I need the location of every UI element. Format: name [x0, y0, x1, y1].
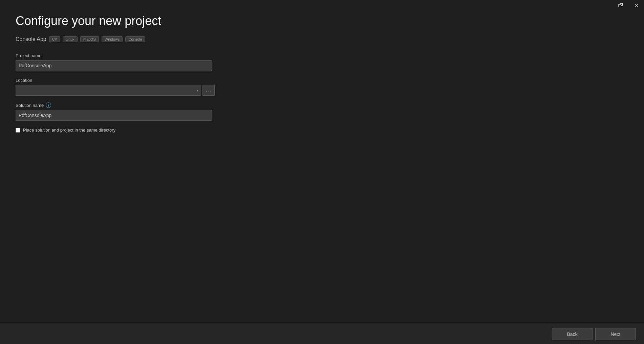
tag-csharp: C# [49, 36, 60, 42]
form-section: Project name Location ▾ ... Solution nam… [16, 53, 232, 133]
tag-macos: macOS [80, 36, 99, 42]
project-name-input[interactable] [16, 60, 212, 71]
solution-name-group: Solution name i [16, 102, 232, 121]
tag-windows: Windows [102, 36, 123, 42]
page-title: Configure your new project [16, 14, 628, 28]
tag-linux: Linux [63, 36, 78, 42]
subtitle-row: Console App C# Linux macOS Windows Conso… [16, 36, 628, 42]
location-select-wrapper: ▾ [16, 85, 201, 96]
solution-name-label-text: Solution name [16, 103, 44, 108]
browse-button[interactable]: ... [202, 85, 215, 96]
back-button[interactable]: Back [552, 328, 593, 340]
next-button[interactable]: Next [595, 328, 636, 340]
project-name-label: Project name [16, 53, 232, 58]
same-directory-checkbox-row: Place solution and project in the same d… [16, 128, 232, 133]
bottom-bar: Back Next [0, 324, 644, 344]
same-directory-checkbox[interactable] [16, 128, 20, 133]
location-select[interactable] [16, 85, 201, 96]
location-label: Location [16, 78, 232, 83]
same-directory-label[interactable]: Place solution and project in the same d… [23, 128, 115, 133]
location-row: ▾ ... [16, 85, 232, 96]
solution-name-label: Solution name i [16, 102, 232, 108]
main-content: Configure your new project Console App C… [0, 0, 644, 344]
app-name-label: Console App [16, 36, 46, 42]
solution-name-info-icon[interactable]: i [46, 102, 51, 108]
location-group: Location ▾ ... [16, 78, 232, 96]
tag-console: Console [125, 36, 145, 42]
project-name-group: Project name [16, 53, 232, 71]
solution-name-input[interactable] [16, 110, 212, 121]
